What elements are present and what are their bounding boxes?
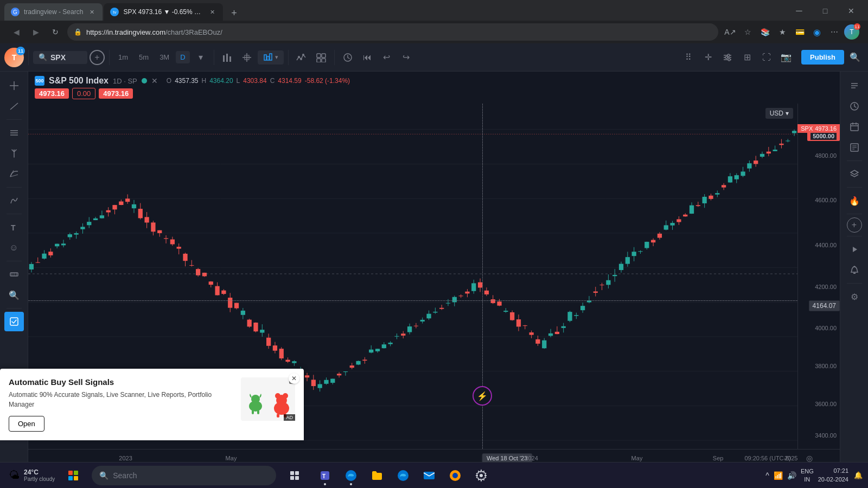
tray-arrow[interactable]: ^: [765, 471, 769, 480]
indicators-button[interactable]: [293, 49, 310, 66]
lightning-icon[interactable]: ⚡: [473, 386, 492, 406]
forward-button[interactable]: ▶: [28, 24, 43, 40]
strategies-button[interactable]: [312, 49, 330, 66]
right-panel-sep-1: [847, 160, 862, 161]
gann-tool[interactable]: [4, 164, 24, 184]
profile-button[interactable]: T 11: [4, 48, 24, 67]
taskbar-settings[interactable]: [469, 464, 493, 487]
bookmark-button[interactable]: ☆: [740, 24, 755, 40]
maximize-button[interactable]: □: [813, 3, 838, 18]
timeframe-dropdown[interactable]: ▾: [192, 49, 209, 66]
timeframe-D[interactable]: D: [176, 51, 189, 63]
fire-icon[interactable]: 🔥: [845, 191, 864, 210]
win-logo-yellow: [74, 476, 78, 480]
chart-type-selector[interactable]: ▾: [258, 50, 284, 65]
horizontal-line-tool[interactable]: [4, 123, 24, 143]
pitchfork-tool[interactable]: [4, 144, 24, 163]
taskbar-apps: T: [313, 464, 493, 487]
add-widget-button[interactable]: +: [847, 217, 862, 233]
notifications-button[interactable]: 🔔: [853, 470, 864, 481]
undo-button[interactable]: ↩: [378, 49, 395, 66]
back-button[interactable]: ◀: [9, 24, 24, 40]
dots-grid-icon[interactable]: ⠿: [680, 49, 697, 66]
svg-rect-11: [270, 54, 272, 60]
taskbar-edge-2[interactable]: [391, 464, 415, 487]
crosshair-icon[interactable]: [238, 49, 256, 66]
text-tool[interactable]: T: [4, 217, 24, 237]
price-label-3400: 3400.00: [815, 432, 837, 439]
tab-bar: G tradingview - Search ✕ tv SPX 4973.16 …: [0, 0, 868, 21]
tab-close-2[interactable]: ✕: [208, 8, 216, 16]
language-indicator[interactable]: ENG IN: [801, 467, 814, 483]
current-price-badge: 4973.16: [35, 88, 69, 99]
ad-close-button[interactable]: ✕: [289, 373, 299, 384]
news-button[interactable]: [845, 138, 864, 157]
timeframe-5m[interactable]: 5m: [135, 51, 153, 63]
task-view-button[interactable]: [283, 464, 307, 487]
trend-line-tool[interactable]: [4, 97, 24, 116]
settings-button[interactable]: ⚙: [845, 287, 864, 306]
layers-button[interactable]: [845, 164, 864, 184]
svg-rect-1: [226, 54, 228, 62]
replay-button[interactable]: ⏮: [359, 49, 376, 66]
layout-icon[interactable]: ⊞: [738, 49, 756, 66]
global-search-icon[interactable]: 🔍: [846, 49, 864, 66]
zoom-tool[interactable]: 🔍: [4, 285, 24, 305]
tab-active[interactable]: tv SPX 4973.16 ▼ -0.65% Unnamed... ✕: [104, 3, 223, 21]
fullscreen-icon[interactable]: ⛶: [758, 49, 775, 66]
currency-selector[interactable]: USD ▾: [765, 108, 793, 119]
weather-info: 24°C Partly cloudy: [24, 468, 55, 482]
redo-button[interactable]: ↪: [398, 49, 415, 66]
wallet-button[interactable]: 💳: [792, 24, 807, 40]
screenshot-icon[interactable]: 📷: [777, 49, 795, 66]
network-icon[interactable]: 📶: [774, 471, 783, 480]
ruler-tool[interactable]: [4, 265, 24, 284]
svg-point-25: [725, 56, 727, 59]
freehand-tool[interactable]: [4, 191, 24, 210]
taskbar-edge[interactable]: [339, 464, 363, 487]
bar-chart-icon[interactable]: [219, 49, 236, 66]
reload-button[interactable]: ↻: [48, 24, 63, 40]
close-window-button[interactable]: ✕: [839, 3, 864, 18]
chart-close[interactable]: ✕: [151, 76, 158, 85]
add-symbol-button[interactable]: +: [90, 50, 105, 65]
properties-icon[interactable]: [719, 49, 736, 66]
start-button[interactable]: [61, 464, 85, 487]
tab-close-1[interactable]: ✕: [87, 8, 96, 16]
currency-text: USD: [770, 110, 783, 117]
timeframe-1m[interactable]: 1m: [114, 51, 132, 63]
taskbar-firefox[interactable]: [443, 464, 467, 487]
volume-icon[interactable]: 🔊: [787, 471, 796, 480]
translate-button[interactable]: A↗: [723, 24, 738, 40]
new-tab-button[interactable]: +: [226, 5, 241, 21]
more-menu-button[interactable]: ⋯: [827, 24, 842, 40]
favorites-button[interactable]: ★: [775, 24, 790, 40]
browser-collections-button[interactable]: 📚: [757, 24, 773, 40]
minimize-button[interactable]: ─: [787, 3, 812, 18]
timeframe-3M[interactable]: 3M: [155, 51, 174, 63]
weather-widget[interactable]: 🌤 24°C Partly cloudy: [4, 466, 59, 484]
go-to-present-button[interactable]: ◎: [806, 454, 813, 463]
taskbar-search[interactable]: 🔍 Search: [92, 466, 276, 485]
taskbar-teams[interactable]: T: [313, 464, 337, 487]
profile-copilot[interactable]: ◉: [809, 24, 825, 40]
taskbar-mail[interactable]: [417, 464, 441, 487]
trading-panel-button[interactable]: [845, 240, 864, 259]
symbol-search[interactable]: 🔍 SPX: [33, 51, 87, 64]
ad-open-button[interactable]: Open: [9, 416, 44, 432]
watchlist-button[interactable]: [845, 76, 864, 95]
clock-history-button[interactable]: [845, 97, 864, 116]
clock-display[interactable]: 07:21 20-02-2024: [818, 467, 848, 484]
screener-tool[interactable]: [4, 312, 24, 331]
url-bar[interactable]: 🔒 https://in.tradingview.com/chart/3RaEB…: [67, 23, 718, 41]
clock-icon[interactable]: [339, 49, 356, 66]
crosshair-tool[interactable]: [4, 76, 24, 95]
publish-button[interactable]: Publish: [801, 50, 844, 65]
crosshair-mode-icon[interactable]: ✛: [699, 49, 717, 66]
emoji-tool[interactable]: ☺: [4, 238, 24, 258]
alert-button[interactable]: [845, 260, 864, 280]
taskbar-file-explorer[interactable]: [365, 464, 389, 487]
browser-profile[interactable]: T 11: [844, 24, 859, 40]
tab-inactive[interactable]: G tradingview - Search ✕: [4, 3, 103, 21]
calendar-button[interactable]: [845, 117, 864, 137]
